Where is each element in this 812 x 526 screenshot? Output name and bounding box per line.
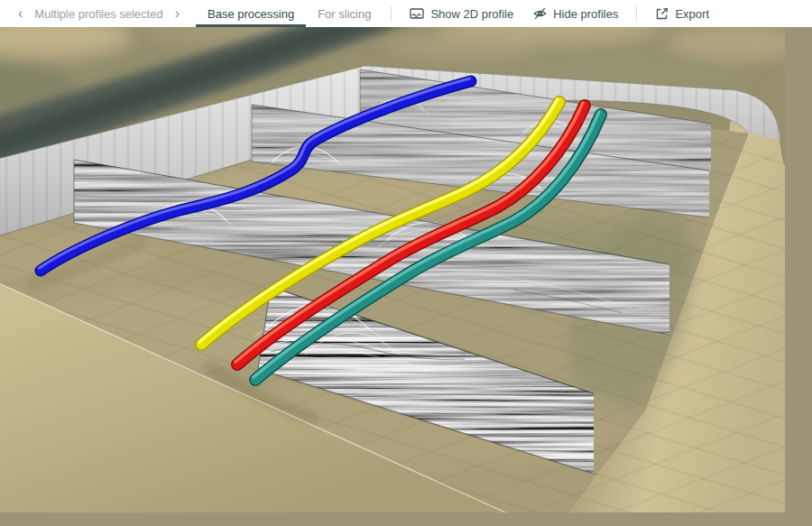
show-2d-profile-label: Show 2D profile — [430, 7, 513, 21]
export-label: Export — [675, 7, 709, 21]
profile-image-icon — [410, 7, 424, 20]
tab-for-slicing[interactable]: For slicing — [306, 0, 383, 27]
scene-3d-viewport[interactable] — [0, 27, 812, 526]
scene-3d-canvas[interactable] — [0, 27, 812, 526]
hide-profiles-label: Hide profiles — [553, 7, 618, 21]
prev-profile-button[interactable]: ‹ — [16, 6, 24, 21]
hide-profiles-button[interactable]: Hide profiles — [523, 0, 628, 27]
export-icon — [655, 7, 669, 20]
toolbar-separator — [391, 6, 392, 21]
profiles-selected-label: Multiple profiles selected — [34, 7, 162, 21]
toolbar-separator — [636, 6, 637, 21]
toolbar: ‹ Multiple profiles selected › Base proc… — [0, 0, 812, 27]
export-button[interactable]: Export — [645, 0, 719, 27]
show-2d-profile-button[interactable]: Show 2D profile — [400, 0, 523, 27]
profile-navigator: ‹ Multiple profiles selected › — [16, 0, 181, 27]
eye-slash-icon — [533, 7, 547, 20]
next-profile-button[interactable]: › — [173, 6, 181, 21]
tab-base-processing[interactable]: Base processing — [196, 0, 306, 27]
